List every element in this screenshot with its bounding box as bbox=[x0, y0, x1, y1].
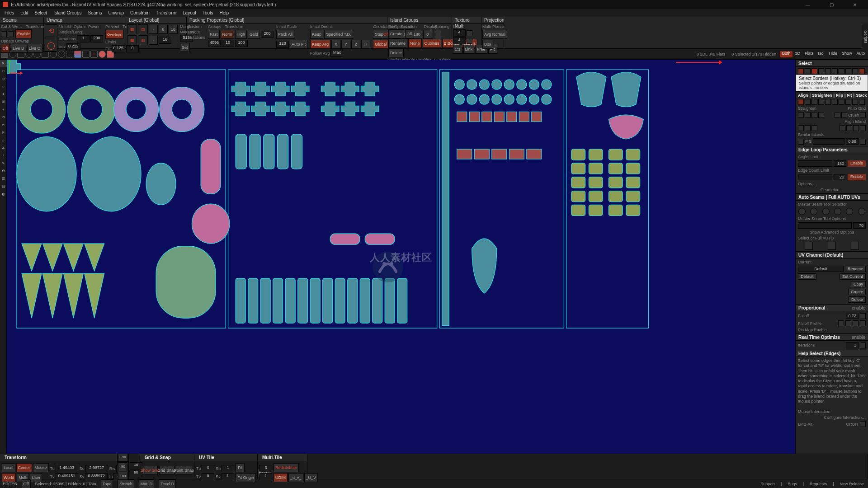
svg-marker-102 bbox=[8, 60, 11, 62]
mesh-stats-left: 0 3DL 349 Flats bbox=[694, 52, 728, 56]
select-borders-tooltip: Select Borders (Hotkey: Ctrl-B) Select p… bbox=[796, 75, 868, 91]
seams-enable-button[interactable]: Enable bbox=[15, 29, 32, 38]
overlaps-button[interactable]: Overlaps bbox=[105, 30, 123, 39]
multitile-panel-header: Multi-Tile bbox=[258, 454, 307, 461]
view-pill-isol[interactable]: Isol bbox=[816, 51, 826, 57]
view-pill-flats[interactable]: Flats bbox=[802, 51, 816, 57]
status-off-button[interactable]: Off bbox=[22, 479, 31, 488]
left-tool-15-icon[interactable]: ☰ bbox=[0, 175, 7, 183]
svg-rect-72 bbox=[474, 149, 489, 159]
menu-layout[interactable]: Layout bbox=[180, 9, 199, 17]
svg-point-50 bbox=[479, 80, 489, 89]
uvch-section-header: UV Channel (Default) bbox=[796, 251, 868, 258]
scripts-tab[interactable]: Scripts bbox=[862, 23, 868, 49]
view-pill-hide[interactable]: Hide bbox=[826, 51, 840, 57]
ribbon-texmult-header: Texture Mult. bbox=[452, 17, 481, 23]
optimize-button[interactable]: ◯ bbox=[45, 39, 57, 52]
svg-rect-35 bbox=[285, 278, 295, 323]
left-tool-1-icon[interactable]: □ bbox=[0, 67, 7, 75]
left-tool-8-icon[interactable]: ✂ bbox=[0, 121, 7, 129]
menu-island-groups[interactable]: Island Groups bbox=[51, 9, 84, 17]
status-link-requests[interactable]: Requests bbox=[808, 482, 828, 486]
left-tool-3-icon[interactable]: ○ bbox=[0, 83, 7, 90]
weld-icon[interactable] bbox=[8, 31, 14, 37]
menu-transform[interactable]: Transform bbox=[153, 9, 179, 17]
svg-rect-83 bbox=[626, 163, 640, 174]
svg-point-57 bbox=[467, 94, 477, 104]
status-link-bugs[interactable]: Bugs bbox=[786, 482, 798, 486]
svg-rect-91 bbox=[626, 191, 640, 202]
status-selection: Selected: 25099 | Hidden: 0 | Tota bbox=[35, 482, 96, 486]
window-close-button[interactable]: ✕ bbox=[844, 0, 865, 9]
seams-liveu-button[interactable]: Live U bbox=[11, 44, 26, 53]
uvch-current-field[interactable]: Default bbox=[798, 266, 844, 272]
pack-button[interactable]: ▦ bbox=[127, 24, 137, 34]
left-tool-9-icon[interactable]: ⎘ bbox=[0, 129, 7, 136]
ribbon-packing-header: Packing Properties [Global] bbox=[187, 17, 387, 23]
svg-point-53 bbox=[517, 80, 527, 89]
transform-panel-header: Transform bbox=[0, 454, 117, 461]
svg-rect-77 bbox=[589, 149, 603, 160]
left-tool-2-icon[interactable]: ◇ bbox=[0, 75, 7, 83]
left-tool-7-icon[interactable]: ⟲ bbox=[0, 113, 7, 121]
svg-rect-31 bbox=[236, 278, 245, 323]
svg-rect-43 bbox=[385, 278, 395, 323]
select-close-icon[interactable] bbox=[798, 68, 804, 74]
fill-button[interactable]: ▤ bbox=[138, 24, 148, 34]
menu-constrain[interactable]: Constrain bbox=[127, 9, 152, 17]
seams-liveo-button[interactable]: Live O bbox=[27, 44, 42, 53]
svg-rect-94 bbox=[609, 205, 623, 216]
select-borders-icon[interactable] bbox=[811, 68, 817, 74]
svg-rect-40 bbox=[348, 278, 358, 323]
svg-rect-86 bbox=[609, 177, 623, 188]
left-tool-10-icon[interactable]: ⌕ bbox=[0, 136, 7, 144]
unfold-button[interactable]: ⟲ bbox=[45, 24, 57, 37]
left-tool-0-icon[interactable]: ↖ bbox=[0, 60, 7, 67]
uv-viewport[interactable]: 人人素材社区 bbox=[7, 60, 796, 454]
status-link-release[interactable]: New Release bbox=[838, 482, 865, 486]
svg-rect-33 bbox=[260, 278, 270, 323]
menu-tools[interactable]: Tools bbox=[200, 9, 216, 17]
seams-off-button[interactable]: Off bbox=[1, 44, 10, 53]
svg-rect-73 bbox=[492, 149, 507, 159]
svg-point-59 bbox=[492, 94, 502, 104]
menu-files[interactable]: Files bbox=[2, 9, 17, 17]
elp-angle-enable-button[interactable]: Enable bbox=[848, 160, 866, 167]
svg-rect-15 bbox=[201, 139, 221, 194]
cut-icon[interactable] bbox=[1, 31, 7, 37]
left-tool-12-icon[interactable]: ⋮ bbox=[0, 152, 7, 160]
svg-marker-18 bbox=[22, 273, 42, 318]
left-tool-16-icon[interactable]: ▤ bbox=[0, 183, 7, 190]
menu-unwrap[interactable]: Unwrap bbox=[106, 9, 127, 17]
svg-rect-78 bbox=[609, 149, 623, 160]
annotation-arrow bbox=[676, 62, 721, 63]
svg-rect-68 bbox=[507, 112, 517, 122]
ribbon-projection-header: Projection bbox=[481, 17, 504, 23]
status-link-support[interactable]: Support bbox=[759, 482, 776, 486]
view-pill-show[interactable]: Show bbox=[840, 51, 854, 57]
left-tool-17-icon[interactable]: ◐ bbox=[0, 190, 7, 198]
window-minimize-button[interactable]: — bbox=[797, 0, 818, 9]
menu-help[interactable]: Help bbox=[217, 9, 231, 17]
svg-rect-67 bbox=[494, 112, 504, 122]
left-tool-13-icon[interactable]: ✎ bbox=[0, 160, 7, 167]
view-pill-both[interactable]: Both bbox=[780, 51, 793, 57]
svg-point-5 bbox=[31, 99, 52, 120]
menu-edit[interactable]: Edit bbox=[18, 9, 31, 17]
menu-seams[interactable]: Seams bbox=[85, 9, 104, 17]
left-tool-4-icon[interactable]: ✦ bbox=[0, 90, 7, 98]
select-mode-1-icon[interactable] bbox=[805, 68, 811, 74]
axis-gizmo-icon bbox=[7, 60, 23, 76]
view-pill-3d[interactable]: 3D bbox=[793, 51, 802, 57]
select-mode-3-icon[interactable] bbox=[818, 68, 824, 74]
left-tool-14-icon[interactable]: ⚙ bbox=[0, 167, 7, 175]
app-logo-icon bbox=[3, 2, 8, 7]
left-tool-5-icon[interactable]: ⊞ bbox=[0, 98, 7, 106]
left-tool-6-icon[interactable]: ⌖ bbox=[0, 106, 7, 113]
view-pill-auto[interactable]: Auto bbox=[854, 51, 867, 57]
window-maximize-button[interactable]: ▢ bbox=[821, 0, 842, 9]
elp-count-enable-button[interactable]: Enable bbox=[848, 174, 866, 180]
left-tool-11-icon[interactable]: A bbox=[0, 144, 7, 152]
svg-point-62 bbox=[529, 94, 539, 104]
menu-select[interactable]: Select bbox=[32, 9, 50, 17]
